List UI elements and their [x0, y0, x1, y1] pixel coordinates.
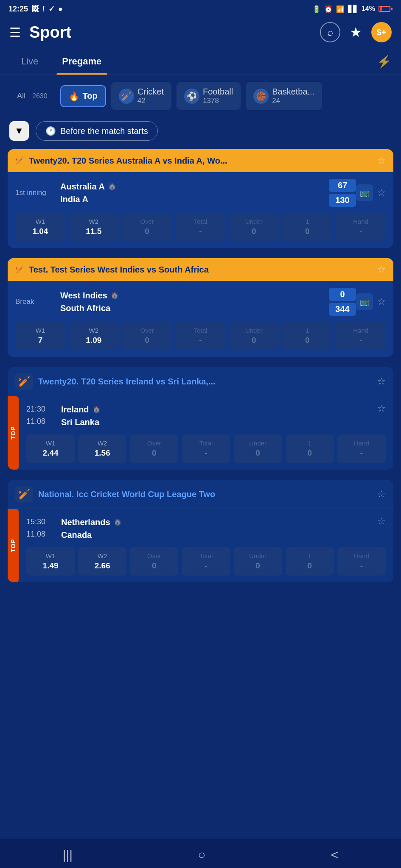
wallet-button[interactable]: $+ — [371, 22, 392, 42]
odd-w1-m1[interactable]: W1 1.04 — [15, 213, 65, 241]
football-count: 1378 — [203, 97, 233, 105]
match-status-m2: Break — [15, 298, 53, 306]
odds-row-m1: W1 1.04 W2 11.5 Over 0 Total - Under 0 — [15, 213, 386, 241]
match-group-title-t20-aus-india: Twenty20. T20 Series Australia A vs Indi… — [29, 156, 372, 166]
page-title: Sport — [29, 23, 71, 42]
signal-icon: ▋▋ — [348, 5, 358, 13]
odd-hand-m1[interactable]: Hand - — [336, 213, 386, 241]
odd-over-pm1[interactable]: Over 0 — [130, 434, 178, 463]
nav-menu-button[interactable]: ||| — [63, 848, 73, 862]
sport-filter-all[interactable]: All 2630 — [9, 86, 55, 106]
team1-pm1: Ireland 🏠 — [61, 403, 372, 416]
pregame-teams-pm2: Netherlands 🏠 Canada — [61, 516, 372, 541]
sport-filter-basketball[interactable]: 🏀 Basketba... 24 — [246, 82, 322, 110]
sport-filter-top[interactable]: 🔥 Top — [60, 85, 106, 107]
football-label: Football — [203, 87, 233, 97]
all-label: All — [17, 92, 25, 100]
odd-hand-pm2[interactable]: Hand - — [337, 547, 386, 576]
odd-1-pm1[interactable]: 1 0 — [286, 434, 334, 463]
task-icon: ✓ — [48, 4, 55, 14]
odd-under-m2[interactable]: Under 0 — [229, 322, 279, 350]
time-filter-label: Before the match starts — [60, 126, 148, 136]
sport-filter-football[interactable]: ⚽ Football 1378 — [177, 82, 241, 110]
odd-w1-pm2[interactable]: W1 1.49 — [26, 547, 75, 576]
odd-over-m1[interactable]: Over 0 — [122, 213, 172, 241]
nav-home-button[interactable]: ○ — [198, 848, 205, 862]
pregame-teams-pm1: Ireland 🏠 Sri Lanka — [61, 403, 372, 428]
basketball-icon: 🏀 — [253, 89, 269, 104]
match-scores-m2: 0 344 — [329, 288, 356, 316]
photo-icon: 🖼 — [31, 5, 39, 14]
alarm-icon: ⏰ — [324, 5, 333, 13]
tab-pregame[interactable]: Pregame — [50, 48, 113, 75]
odd-hand-pm1[interactable]: Hand - — [337, 434, 386, 463]
cricket-label: Cricket — [137, 87, 164, 97]
live-stream-button-m2[interactable]: 📺 — [356, 293, 373, 310]
match-group-star-test-wi-sa[interactable]: ☆ — [377, 264, 386, 275]
nav-back-button[interactable]: < — [331, 848, 339, 862]
pregame-header-ireland-srilanka[interactable]: 🏏 Twenty20. T20 Series Ireland vs Sri La… — [8, 367, 393, 396]
pregame-star-ireland-srilanka[interactable]: ☆ — [377, 376, 386, 387]
odd-under-m1[interactable]: Under 0 — [229, 213, 279, 241]
odd-w2-pm1[interactable]: W2 1.56 — [78, 434, 126, 463]
odd-1-pm2[interactable]: 1 0 — [286, 547, 334, 576]
odd-under-pm1[interactable]: Under 0 — [234, 434, 282, 463]
odd-w1-m2[interactable]: W1 7 — [15, 322, 65, 350]
live-stream-button-m1[interactable]: 📺 — [356, 184, 373, 201]
time-filter-button[interactable]: 🕐 Before the match starts — [36, 121, 158, 141]
menu-button[interactable]: ☰ — [9, 25, 21, 40]
fav-star-m1[interactable]: ☆ — [377, 187, 386, 198]
odd-total-m2[interactable]: Total - — [176, 322, 226, 350]
notification-icon: ! — [42, 5, 45, 14]
pregame-header-icc-league[interactable]: 🏏 National. Icc Cricket World Cup League… — [8, 480, 393, 509]
odd-over-pm2[interactable]: Over 0 — [130, 547, 178, 576]
home-icon-pm2: 🏠 — [114, 517, 122, 527]
odd-total-m1[interactable]: Total - — [176, 213, 226, 241]
odd-1-m2[interactable]: 1 0 — [282, 322, 332, 350]
fav-star-pm1[interactable]: ☆ — [377, 403, 386, 414]
fav-star-pm2[interactable]: ☆ — [377, 516, 386, 527]
battery-percent: 14% — [362, 5, 375, 13]
score2-m2: 344 — [329, 303, 356, 316]
odd-total-pm1[interactable]: Total - — [182, 434, 230, 463]
odd-w2-pm2[interactable]: W2 2.66 — [78, 547, 126, 576]
odd-hand-m2[interactable]: Hand - — [336, 322, 386, 350]
battery-icon — [379, 6, 393, 12]
pregame-time-pm1: 21:30 11.08 — [26, 403, 56, 428]
odd-under-pm2[interactable]: Under 0 — [234, 547, 282, 576]
match-group-header-test-wi-sa[interactable]: 🏏 Test. Test Series West Indies vs South… — [8, 258, 393, 281]
odd-w1-pm1[interactable]: W1 2.44 — [26, 434, 75, 463]
filter-settings-button[interactable]: ▼ — [9, 121, 29, 141]
all-count: 2630 — [32, 92, 48, 100]
bottom-nav: ||| ○ < — [0, 839, 401, 868]
team2-m2: South Africa — [60, 302, 322, 314]
match-group-star-t20-aus-india[interactable]: ☆ — [377, 155, 386, 166]
funnel-icon: ▼ — [14, 125, 24, 136]
match-filter-row: ▼ 🕐 Before the match starts — [0, 117, 401, 149]
odd-w2-m1[interactable]: W2 11.5 — [69, 213, 119, 241]
football-icon: ⚽ — [184, 89, 199, 104]
clock-icon: 🕐 — [45, 126, 56, 136]
header-left: ☰ Sport — [9, 23, 71, 42]
pregame-content-pm1: 21:30 11.08 Ireland 🏠 Sri Lanka ☆ — [19, 396, 393, 470]
odd-w2-m2[interactable]: W2 1.09 — [69, 322, 119, 350]
fav-star-m2[interactable]: ☆ — [377, 296, 386, 307]
pregame-star-icc-league[interactable]: ☆ — [377, 489, 386, 500]
status-bar: 12:25 🖼 ! ✓ ● 🔋 ⏰ 📶 ▋▋ 14% — [0, 0, 401, 16]
odd-total-pm2[interactable]: Total - — [182, 547, 230, 576]
match-group-test-wi-sa: 🏏 Test. Test Series West Indies vs South… — [8, 258, 393, 357]
match-actions-m1: 📺 ☆ — [356, 184, 386, 201]
search-button[interactable]: ⌕ — [320, 22, 340, 42]
favorites-button[interactable]: ★ — [350, 24, 362, 40]
sport-filter-cricket[interactable]: 🏏 Cricket 42 — [111, 82, 171, 110]
pregame-content-pm2: 15:30 11.08 Netherlands 🏠 Canada ☆ — [19, 509, 393, 582]
match-group-header-t20-aus-india[interactable]: 🏏 Twenty20. T20 Series Australia A vs In… — [8, 149, 393, 172]
match-actions-m2: 📺 ☆ — [356, 293, 386, 310]
odd-over-m2[interactable]: Over 0 — [122, 322, 172, 350]
tab-live[interactable]: Live — [9, 48, 50, 75]
top-badge-pm2: TOP — [8, 509, 19, 582]
odd-1-m1[interactable]: 1 0 — [282, 213, 332, 241]
flash-icon[interactable]: ⚡ — [377, 55, 392, 69]
pregame-body-ireland-srilanka: TOP 21:30 11.08 Ireland 🏠 Sri Lanka — [8, 396, 393, 470]
pregame-body-icc-league: TOP 15:30 11.08 Netherlands 🏠 Canada — [8, 509, 393, 582]
